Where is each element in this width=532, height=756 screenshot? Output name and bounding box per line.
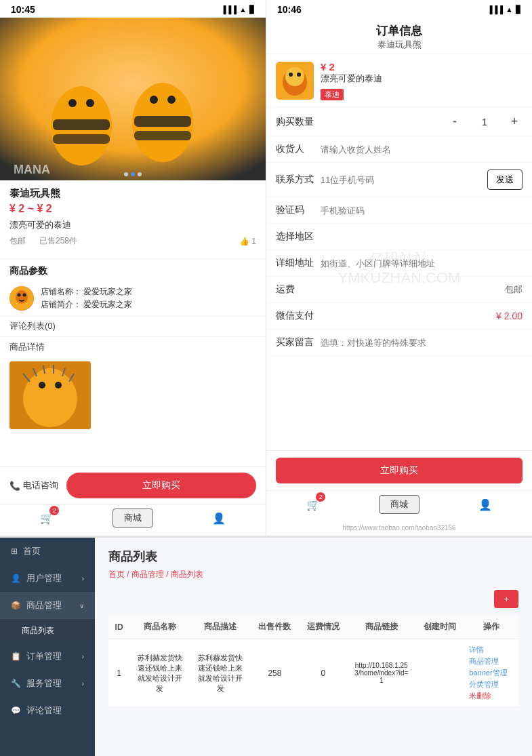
shop-name-label: 店铺名称： [41, 287, 81, 296]
shop-avatar [9, 286, 34, 311]
review-section: 评论列表(0) [0, 315, 266, 336]
nav-cart-icon[interactable]: 🛒2 [37, 509, 56, 528]
svg-text:MANA: MANA [14, 163, 50, 176]
like-button[interactable]: 👍 1 [239, 237, 256, 246]
sidebar-item-goods-mgmt[interactable]: 📦 商品管理 ∨ [0, 592, 95, 619]
dot-1 [124, 172, 128, 176]
note-input[interactable] [321, 338, 523, 348]
sidebar-item-service-mgmt[interactable]: 🔧 服务管理 › [0, 670, 95, 697]
breadcrumb-home[interactable]: 首页 [108, 570, 125, 579]
sidebar-item-review-mgmt[interactable]: 💬 评论管理 [0, 697, 95, 724]
phone2-buy-button[interactable]: 立即购买 [276, 458, 523, 483]
qty-value: 1 [476, 116, 493, 127]
detail-img-svg [9, 361, 91, 429]
sidebar-item-user-mgmt[interactable]: 👤 用户管理 › [0, 565, 95, 592]
svg-point-13 [167, 96, 176, 104]
sidebar-item-home[interactable]: ⊞ 首页 [0, 538, 95, 565]
qty-minus-button[interactable]: - [447, 115, 463, 129]
sidebar-item-order-mgmt[interactable]: 📋 订单管理 › [0, 643, 95, 670]
action-category-mgmt[interactable]: 分类管理 [469, 679, 499, 690]
svg-point-34 [297, 73, 301, 77]
like-count: 1 [251, 237, 256, 246]
col-name: 商品名称 [129, 615, 190, 639]
svg-rect-11 [134, 131, 191, 140]
p2-nav-shop-button[interactable]: 商城 [379, 495, 420, 514]
dot-2 [131, 172, 135, 176]
action-bar: 📞 电话咨询 立即购买 [0, 467, 266, 504]
wechat-row: 微信支付 ¥ 2.00 [266, 303, 532, 330]
cell-sold: 258 [251, 639, 299, 707]
cell-link: http://10.168.1.253/home/index?id=1 [348, 639, 415, 707]
svg-rect-5 [53, 134, 110, 144]
nav-user-icon[interactable]: 👤 [209, 509, 228, 528]
svg-point-17 [18, 294, 21, 297]
note-label: 买家留言 [276, 336, 314, 349]
contact-input[interactable] [321, 175, 480, 185]
svg-point-7 [86, 99, 94, 107]
bottom-bar: 📞 电话咨询 立即购买 🛒2 商城 👤 [0, 466, 266, 536]
send-button[interactable]: 发送 [487, 170, 523, 190]
qty-controls: - 1 + [447, 115, 523, 129]
p2-battery-icon: ▊ [516, 5, 521, 14]
shop-intro-row: 店铺简介： 爱爱玩家之家 [41, 298, 132, 311]
phone1-status-bar: 10:45 ▐▐▐ ▲ ▊ [0, 0, 266, 18]
sidebar-service-label: 服务管理 [26, 677, 62, 690]
cell-id: 1 [108, 639, 129, 707]
breadcrumb-goods-mgmt[interactable]: 商品管理 [131, 570, 164, 579]
action-goods-mgmt[interactable]: 商品管理 [469, 656, 499, 667]
action-banner-mgmt[interactable]: banner管理 [469, 668, 507, 678]
breadcrumb: 首页 / 商品管理 / 商品列表 [108, 569, 518, 580]
shop-info: 店铺名称： 爱爱玩家之家 店铺简介： 爱爱玩家之家 [0, 281, 266, 315]
svg-rect-1 [0, 18, 266, 180]
verify-label: 验证码 [276, 204, 314, 216]
signal-icon: ▐▐▐ [221, 5, 237, 14]
products-table: ID 商品名称 商品描述 出售件数 运费情况 商品链接 创建时间 操作 1 苏利… [108, 615, 518, 707]
qty-plus-button[interactable]: + [506, 115, 523, 129]
sidebar-subitem-goods-list[interactable]: 商品列表 [0, 619, 95, 643]
receiver-input[interactable] [321, 144, 523, 155]
product-bees-svg: MANA [0, 18, 266, 180]
note-row: 买家留言 [266, 330, 532, 356]
nav-bar: 🛒2 商城 👤 [0, 504, 266, 536]
nav-shop-button[interactable]: 商城 [112, 509, 153, 528]
params-section: 商品参数 [0, 259, 266, 281]
p2-nav-cart-icon[interactable]: 🛒2 [304, 495, 323, 514]
service-icon: 🔧 [11, 679, 21, 688]
table-toolbar: + [108, 590, 518, 608]
wifi-icon: ▲ [239, 5, 247, 14]
shipping-label: 运费 [276, 283, 314, 296]
phone2-screen: 10:46 ▐▐▐ ▲ ▊ 订单信息 泰迪玩具熊 ¥ [266, 0, 532, 536]
action-detail[interactable]: 详情 [469, 645, 484, 655]
col-actions: 操作 [464, 615, 518, 639]
like-icon: 👍 [239, 237, 249, 246]
svg-point-32 [285, 67, 304, 86]
shop-name: 爱爱玩家之家 [83, 287, 132, 296]
sidebar-user-label: 用户管理 [26, 572, 62, 584]
order-thumb-svg [276, 62, 314, 100]
add-product-button[interactable]: + [494, 590, 518, 608]
call-button[interactable]: 📞 电话咨询 [9, 479, 58, 492]
address-input[interactable] [321, 258, 523, 268]
goods-chevron-icon: ∨ [79, 602, 84, 610]
detail-image [9, 361, 91, 429]
col-shipping: 运费情况 [299, 615, 347, 639]
phone2-nav-bar: 🛒2 商城 👤 [266, 490, 532, 522]
col-link: 商品链接 [348, 615, 415, 639]
p2-wifi-icon: ▲ [506, 5, 513, 14]
p2-nav-user-icon[interactable]: 👤 [476, 495, 495, 514]
address-row: 详细地址 [266, 250, 532, 277]
address-label: 详细地址 [276, 257, 314, 269]
svg-point-12 [150, 96, 158, 104]
action-delete[interactable]: 米删除 [469, 691, 491, 701]
table-body: 1 苏利赫发货快速还钱哈上来就发哈设计开发 苏利赫发货快速还钱哈上来就发哈设计开… [108, 639, 518, 707]
product-info: 泰迪玩具熊 ¥ 2 ~ ¥ 2 漂亮可爱的泰迪 包邮 已售258件 👍 1 [0, 180, 266, 259]
order-title: 订单信息 [276, 23, 523, 39]
call-label: 电话咨询 [23, 479, 58, 492]
buy-now-button[interactable]: 立即购买 [66, 473, 256, 498]
shipping-row: 运费 包邮 [266, 277, 532, 303]
shipping-label: 包邮 [9, 235, 26, 247]
verify-input[interactable] [321, 205, 523, 216]
image-dots [124, 172, 142, 176]
sidebar-goods-label: 商品管理 [26, 599, 62, 612]
order-header: 订单信息 泰迪玩具熊 [266, 18, 532, 54]
